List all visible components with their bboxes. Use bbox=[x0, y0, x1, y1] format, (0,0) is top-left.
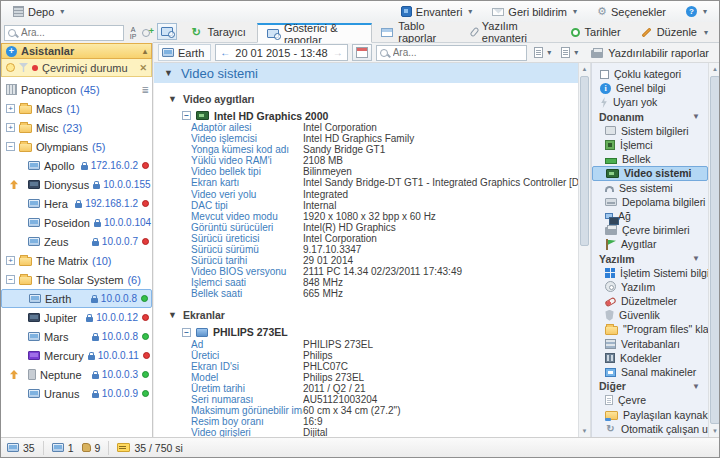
scroll-down-icon[interactable]: ▼ bbox=[709, 425, 720, 437]
tree-node-poseidon[interactable]: Poseidon10.0.0.104 bbox=[1, 213, 152, 232]
tree-node-apollo[interactable]: Apollo172.16.0.2 bbox=[1, 156, 152, 175]
category-otomatik-al-an-uygulam[interactable]: ↻Otomatik çalışan uygulam... bbox=[592, 422, 708, 436]
category-video-sistemi[interactable]: Video sistemi bbox=[592, 166, 708, 180]
category-group-donan-m[interactable]: Donanım▼ bbox=[592, 110, 708, 124]
tree-node-hera[interactable]: Hera192.168.1.2 bbox=[1, 194, 152, 213]
expand-box-icon[interactable]: + bbox=[6, 256, 15, 265]
category-sanal-makineler[interactable]: Sanal makineler bbox=[592, 365, 708, 379]
tree-group-olympians[interactable]: −Olympians(5) bbox=[1, 137, 152, 156]
collapse-box-icon[interactable]: − bbox=[182, 111, 191, 120]
tree-options-icon[interactable]: ≣ bbox=[141, 85, 149, 95]
category-label: Düzeltmeler bbox=[621, 295, 677, 307]
chevron-down-icon: ▾ bbox=[704, 28, 708, 37]
printable-reports-button[interactable]: Yazdırılabilir raporlar bbox=[585, 44, 715, 61]
viewer-mode-button[interactable] bbox=[157, 23, 177, 40]
tree-root-panopticon[interactable]: Panopticon (45) ≣ bbox=[1, 80, 152, 99]
tree-node-dionysus[interactable]: Dionysus10.0.0.155 bbox=[1, 175, 152, 194]
scroll-up-icon[interactable]: ▲ bbox=[709, 63, 720, 75]
sort-icon[interactable]: AIP bbox=[127, 26, 139, 40]
report-title-bar[interactable]: ▼ Video sistemi bbox=[154, 63, 578, 83]
tab-d-zenle[interactable]: Düzenle▾ bbox=[632, 22, 719, 42]
depo-menu[interactable]: Depo ▾ bbox=[9, 4, 68, 20]
category-sistem-bilgileri[interactable]: Sistem bilgileri bbox=[592, 124, 708, 138]
scroll-thumb[interactable] bbox=[710, 76, 720, 424]
close-icon[interactable]: ✕ bbox=[139, 63, 147, 73]
report-search-box[interactable] bbox=[376, 45, 528, 61]
category-a[interactable]: Ağ bbox=[592, 209, 708, 223]
tab-g-sterici-raporlar[interactable]: Gösterici & raporlar bbox=[257, 23, 372, 43]
calendar-button[interactable] bbox=[352, 44, 372, 61]
category-i-lemci[interactable]: İşlemci bbox=[592, 138, 708, 152]
add-scan-icon[interactable] bbox=[142, 29, 150, 37]
menu-geri-bildirim[interactable]: Geri bildirim▾ bbox=[488, 4, 581, 20]
category-depolama-bilgileri[interactable]: Depolama bilgileri bbox=[592, 195, 708, 209]
prev-snapshot-arrow[interactable]: ← bbox=[220, 48, 230, 58]
section-video-ayg-tlar[interactable]: ▼Video aygıtları bbox=[154, 92, 578, 105]
next-snapshot-arrow[interactable]: → bbox=[333, 48, 343, 58]
scroll-down-icon[interactable]: ▼ bbox=[579, 425, 590, 437]
tree-group-the-matrix[interactable]: +The Matrix(10) bbox=[1, 251, 152, 270]
checkbox-icon[interactable] bbox=[600, 70, 609, 79]
assistant-online-status[interactable]: Çevrimiçi durumu ✕ bbox=[1, 59, 152, 77]
category-payla-lan-kaynaklar[interactable]: Paylaşılan kaynaklar bbox=[592, 408, 708, 422]
tab-yaz-l-m-envanteri[interactable]: Yazılım envanteri bbox=[463, 22, 562, 42]
collapse-icon[interactable]: ▴ bbox=[143, 47, 147, 56]
scroll-up-icon[interactable]: ▲ bbox=[579, 63, 590, 75]
tree-group-the-solar-system[interactable]: −The Solar System(6) bbox=[1, 270, 152, 289]
multi-category-toggle[interactable]: Çoklu kategori bbox=[592, 67, 708, 81]
category-evre[interactable]: Çevre bbox=[592, 393, 708, 407]
category-g-venlik[interactable]: Güvenlik bbox=[592, 308, 708, 322]
report-scrollbar[interactable]: ▲ ▼ bbox=[578, 63, 591, 437]
menu-help[interactable]: ?▾ bbox=[682, 4, 711, 19]
scroll-thumb[interactable] bbox=[580, 76, 589, 246]
tree-node-mars[interactable]: Mars10.0.0.8 bbox=[1, 327, 152, 346]
section-ekranlar[interactable]: ▼Ekranlar bbox=[154, 309, 578, 322]
tree-search-input[interactable] bbox=[19, 26, 120, 39]
category-general-info[interactable]: i Genel bilgi bbox=[592, 81, 708, 95]
device-philips-273el[interactable]: −PHILIPS 273EL bbox=[154, 326, 578, 339]
tree-group-macs[interactable]: +Macs(1) bbox=[1, 99, 152, 118]
current-device-chip[interactable]: Earth bbox=[158, 44, 211, 61]
category-kodekler[interactable]: Kodekler bbox=[592, 351, 708, 365]
category-no-alert[interactable]: Uyarı yok bbox=[592, 95, 708, 109]
device-name: Dionysus bbox=[44, 179, 89, 191]
tree-node-neptune[interactable]: Neptune10.0.0.3 bbox=[1, 365, 152, 384]
tree-search-box[interactable] bbox=[4, 25, 124, 41]
report-search-input[interactable] bbox=[391, 46, 524, 59]
assistants-header[interactable]: + Asistanlar ▴ bbox=[1, 43, 152, 59]
category-veritabanlar[interactable]: Veritabanları bbox=[592, 337, 708, 351]
tree-node-zeus[interactable]: Zeus10.0.0.7 bbox=[1, 232, 152, 251]
tree-node-uranus[interactable]: Uranus10.0.0.9 bbox=[1, 384, 152, 403]
category-program-files-klas-r[interactable]: "Program files" klasörü bbox=[592, 322, 708, 336]
device-intel-hd-graphics-2000[interactable]: −Intel HD Graphics 2000 bbox=[154, 109, 578, 122]
tree-node-mercury[interactable]: Mercury10.0.0.11 bbox=[1, 346, 152, 365]
expand-box-icon[interactable]: + bbox=[6, 123, 15, 132]
menubar-right: Envanteri▾Geri bildirim▾⚙Seçenekler?▾ bbox=[397, 4, 711, 20]
category-d-zeltmeler[interactable]: Düzeltmeler bbox=[592, 294, 708, 308]
tab-taray-c[interactable]: ↻Tarayıcı bbox=[181, 22, 257, 42]
category-scrollbar[interactable]: ▲ ▼ bbox=[708, 63, 720, 437]
category-bellek[interactable]: Bellek bbox=[592, 152, 708, 166]
detail-label: Video BIOS versyonu bbox=[191, 266, 303, 277]
tab-tarihler[interactable]: Tarihler bbox=[562, 22, 632, 42]
collapse-box-icon[interactable]: − bbox=[6, 275, 15, 284]
menu-envanteri[interactable]: Envanteri▾ bbox=[397, 4, 477, 20]
category-evre-birimleri[interactable]: Çevre birimleri bbox=[592, 223, 708, 237]
category-group-di-er[interactable]: Diğer▼ bbox=[592, 379, 708, 393]
category-group-yaz-l-m[interactable]: Yazılım▼ bbox=[592, 251, 708, 265]
category-i-letim-sistemi-bilgisi[interactable]: İşletim Sistemi bilgisi bbox=[592, 266, 708, 280]
tree-node-jupiter[interactable]: Jupiter10.0.0.12 bbox=[1, 308, 152, 327]
expand-box-icon[interactable]: + bbox=[6, 104, 15, 113]
collapse-box-icon[interactable]: − bbox=[6, 142, 15, 151]
collapse-box-icon[interactable]: − bbox=[182, 328, 191, 337]
add-assistant-icon[interactable]: + bbox=[6, 46, 17, 57]
category-ses-sistemi[interactable]: Ses sistemi bbox=[592, 181, 708, 195]
copy-report-button[interactable]: ▾ bbox=[531, 44, 554, 61]
export-report-button[interactable]: ▾ bbox=[558, 44, 581, 61]
category-yaz-l-m[interactable]: Yazılım bbox=[592, 280, 708, 294]
tree-node-earth[interactable]: Earth10.0.0.8 bbox=[1, 289, 152, 308]
menu-se-enekler[interactable]: ⚙Seçenekler bbox=[593, 4, 670, 20]
tree-group-misc[interactable]: +Misc(23) bbox=[1, 118, 152, 137]
tab-tablo-raporlar[interactable]: Tablo raporlar bbox=[372, 22, 462, 42]
category-ayg-tlar[interactable]: Aygıtlar bbox=[592, 237, 708, 251]
